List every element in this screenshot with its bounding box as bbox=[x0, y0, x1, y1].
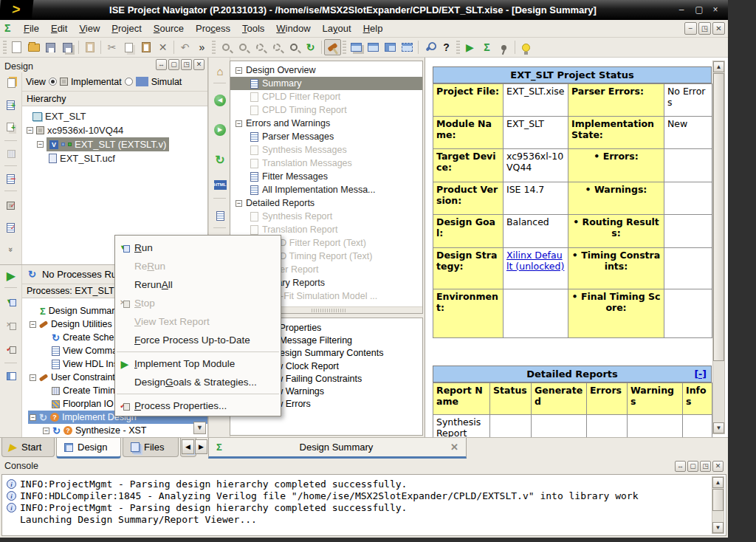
menu-project[interactable]: Project bbox=[106, 20, 147, 38]
nav-item[interactable]: Synthesis Report bbox=[230, 210, 422, 223]
run-process-icon[interactable]: ▶ bbox=[461, 39, 478, 55]
menu-tools[interactable]: Tools bbox=[236, 20, 270, 38]
document-vertical-scrollbar[interactable]: ▲ ▼ bbox=[712, 61, 725, 434]
tab-scroll-left-button[interactable]: ◀ bbox=[182, 439, 194, 454]
context-help-icon[interactable]: ? bbox=[438, 39, 455, 55]
tab-design-summary[interactable]: Σ Design Summary ✕ bbox=[208, 438, 467, 459]
mdi-restore-button[interactable]: ◳ bbox=[698, 22, 711, 35]
scroll-up-button[interactable]: ▲ bbox=[713, 61, 724, 72]
tab-files[interactable]: Files bbox=[123, 438, 179, 457]
panel-detach-button[interactable]: ↔ bbox=[675, 461, 686, 472]
messages-icon[interactable] bbox=[213, 208, 227, 223]
tile-horizontal-icon[interactable] bbox=[365, 39, 382, 55]
save-icon[interactable] bbox=[42, 39, 59, 55]
scroll-down-button[interactable]: ▼ bbox=[712, 522, 724, 533]
new-file-icon[interactable] bbox=[8, 39, 25, 55]
implementation-radio[interactable] bbox=[49, 78, 57, 86]
window-minimize-button[interactable]: – bbox=[673, 0, 690, 20]
nav-section-detailed-reports[interactable]: Detailed Reports bbox=[230, 196, 422, 210]
nav-item[interactable]: CPLD Timing Report bbox=[230, 103, 422, 117]
nav-item[interactable]: Parser Messages bbox=[230, 130, 422, 143]
collapse-icon[interactable] bbox=[37, 141, 44, 148]
doc-check-icon[interactable]: ✓ bbox=[4, 220, 18, 235]
arrange-windows-icon[interactable] bbox=[399, 39, 416, 55]
rerun-process-strip-icon[interactable] bbox=[4, 342, 18, 357]
mdi-minimize-button[interactable]: − bbox=[684, 22, 697, 35]
panel-restore-button[interactable]: ◳ bbox=[181, 59, 192, 70]
collapse-icon[interactable] bbox=[236, 200, 242, 207]
nav-item-summary[interactable]: Summary bbox=[230, 77, 422, 90]
stop-process-strip-icon[interactable] bbox=[4, 318, 18, 333]
process-item-synthesize[interactable]: ↻ ? Synthesize - XST bbox=[43, 424, 146, 437]
menu-help[interactable]: Help bbox=[357, 20, 389, 38]
window-close-button[interactable]: × bbox=[707, 0, 724, 20]
nav-item[interactable]: Synthesis Messages bbox=[230, 143, 422, 157]
remove-source-icon[interactable]: − bbox=[4, 171, 18, 186]
nav-item[interactable]: Fitter Messages bbox=[230, 170, 422, 183]
columns-view-icon[interactable] bbox=[4, 368, 18, 383]
cut-icon[interactable]: ✂ bbox=[103, 39, 120, 55]
menu-source[interactable]: Source bbox=[148, 20, 190, 38]
collapse-icon[interactable] bbox=[30, 374, 36, 381]
forward-icon[interactable]: ▶ bbox=[213, 123, 227, 137]
nav-item[interactable]: Translation Messages bbox=[230, 157, 422, 170]
zoom-full-icon[interactable] bbox=[251, 39, 268, 55]
new-source-icon[interactable] bbox=[4, 75, 18, 90]
tab-scroll-right-button[interactable]: ▶ bbox=[195, 439, 207, 454]
panel-restore-button[interactable]: ◳ bbox=[700, 461, 711, 472]
tree-item-project[interactable]: EXT_SLT bbox=[32, 109, 86, 123]
tree-item-top-module[interactable]: V EXT_SLT (EXTSLT.v) bbox=[37, 137, 169, 151]
scroll-up-button[interactable]: ▲ bbox=[712, 477, 724, 488]
scroll-down-button[interactable]: ▼ bbox=[193, 422, 206, 434]
tile-vertical-icon[interactable] bbox=[382, 39, 399, 55]
zoom-select-icon[interactable] bbox=[285, 39, 302, 55]
menu-item-stop[interactable]: Stop bbox=[115, 294, 281, 312]
zoom-in-icon[interactable] bbox=[217, 39, 234, 55]
tree-item-device[interactable]: xc9536xl-10VQ44 bbox=[27, 123, 123, 137]
home-icon[interactable]: ⌂ bbox=[213, 64, 227, 78]
menu-item-rerun-all[interactable]: Rerun All bbox=[115, 275, 281, 294]
panel-maximize-button[interactable]: ▢ bbox=[687, 461, 698, 472]
scroll-down-button[interactable]: ▼ bbox=[713, 422, 724, 433]
html-view-icon[interactable]: HTML bbox=[213, 177, 227, 192]
open-file-icon[interactable] bbox=[25, 39, 42, 55]
collapse-icon[interactable] bbox=[30, 321, 36, 328]
menu-item-run[interactable]: Run bbox=[115, 239, 281, 257]
toolbar-overflow-icon[interactable]: » bbox=[193, 39, 210, 55]
nav-section-errors-warnings[interactable]: Errors and Warnings bbox=[230, 117, 422, 130]
edit-mode-hammer-icon[interactable] bbox=[324, 39, 341, 55]
panel-close-button[interactable]: ✕ bbox=[193, 59, 205, 70]
tab-start[interactable]: ▶ Start bbox=[1, 438, 55, 457]
tree-item-ucf[interactable]: EXT_SLT.ucf bbox=[49, 151, 115, 165]
undo-icon[interactable]: ↶ bbox=[176, 39, 193, 55]
menu-layout[interactable]: Layout bbox=[317, 20, 357, 38]
nav-section-design-overview[interactable]: Design Overview bbox=[230, 64, 422, 77]
design-summary-icon[interactable]: Σ bbox=[478, 39, 495, 55]
process-item[interactable]: User Constraints bbox=[30, 371, 120, 384]
paste-icon[interactable] bbox=[137, 39, 154, 55]
add-copy-of-source-icon[interactable]: + bbox=[4, 120, 18, 134]
panel-maximize-button[interactable]: ▢ bbox=[168, 59, 179, 70]
menu-item-implement-top-module[interactable]: ▶ Implement Top Module bbox=[115, 354, 281, 373]
design-strategy-link[interactable]: Xilinx Default (unlocked) bbox=[506, 250, 564, 272]
menu-edit[interactable]: Edit bbox=[45, 20, 73, 38]
collapse-icon[interactable] bbox=[43, 428, 49, 434]
menu-item-view-text-report[interactable]: View Text Report bbox=[115, 312, 281, 331]
zoom-region-icon[interactable] bbox=[268, 39, 285, 55]
menu-view[interactable]: View bbox=[73, 20, 106, 38]
refresh-view-icon[interactable]: ↻ bbox=[302, 39, 319, 55]
mdi-close-button[interactable]: ✕ bbox=[712, 22, 725, 35]
simulation-radio[interactable] bbox=[125, 78, 133, 86]
wrench-settings-icon[interactable] bbox=[421, 39, 438, 55]
collapse-icon[interactable] bbox=[236, 120, 242, 127]
print-icon[interactable] bbox=[81, 39, 98, 55]
process-item[interactable]: Design Utilities bbox=[30, 318, 112, 331]
close-tab-icon[interactable]: ✕ bbox=[450, 442, 458, 453]
tab-design[interactable]: Design bbox=[56, 438, 121, 459]
back-icon[interactable]: ◀ bbox=[213, 93, 227, 108]
collapse-icon[interactable] bbox=[236, 67, 242, 74]
menu-item-process-properties[interactable]: Process Properties... bbox=[115, 397, 281, 415]
collapse-section-link[interactable]: [-] bbox=[694, 368, 707, 380]
panel-detach-button[interactable]: ↔ bbox=[156, 59, 167, 70]
copy-icon[interactable] bbox=[120, 39, 137, 55]
